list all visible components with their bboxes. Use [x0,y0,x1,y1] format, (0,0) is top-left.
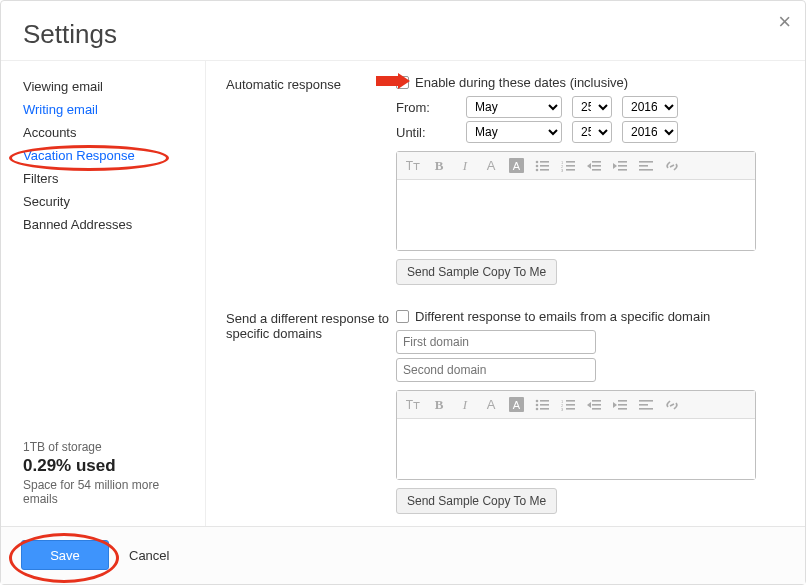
svg-rect-42 [618,400,627,402]
storage-info: 1TB of storage 0.29% used Space for 54 m… [23,440,205,516]
highlight-icon[interactable]: A [509,158,524,173]
svg-point-5 [536,168,539,171]
svg-rect-43 [618,404,627,406]
auto-editor-body[interactable] [397,180,755,250]
svg-text:3: 3 [561,168,564,172]
enable-dates-checkbox[interactable] [396,76,409,89]
svg-line-48 [670,404,674,406]
dialog-body: Viewing email Writing email Accounts Vac… [1,60,805,526]
bold-icon[interactable]: B [431,158,447,174]
from-label: From: [396,100,456,115]
svg-point-29 [536,407,539,410]
bullet-list-icon[interactable] [534,397,550,413]
second-domain-input[interactable] [396,358,596,382]
bold-icon[interactable]: B [431,397,447,413]
link-icon[interactable] [664,397,680,413]
cancel-button[interactable]: Cancel [129,548,169,563]
domain-editor-toolbar: Tᴛ B I A A 123 [397,391,755,419]
main-panel: Automatic response Enable during these d… [206,61,805,526]
auto-editor-toolbar: Tᴛ B I A A 123 [397,152,755,180]
domain-response-label: Different response to emails from a spec… [415,309,710,324]
save-button[interactable]: Save [21,540,109,570]
svg-rect-23 [639,169,653,171]
svg-rect-47 [639,408,653,410]
sidebar-item-security[interactable]: Security [23,190,205,213]
close-icon[interactable]: × [778,11,791,33]
outdent-icon[interactable] [586,397,602,413]
italic-icon[interactable]: I [457,397,473,413]
svg-point-27 [536,403,539,406]
svg-rect-10 [566,165,575,167]
numbered-list-icon[interactable]: 123 [560,158,576,174]
svg-rect-26 [540,400,549,402]
text-color-icon[interactable]: A [483,397,499,413]
until-day-select[interactable]: 25 [572,121,612,143]
highlight-icon[interactable]: A [509,397,524,412]
svg-rect-8 [566,161,575,163]
svg-rect-12 [566,169,575,171]
svg-text:3: 3 [561,407,564,411]
sidebar-item-vacation-response[interactable]: Vacation Response [23,144,205,167]
page-title: Settings [1,1,805,60]
align-left-icon[interactable] [638,397,654,413]
sidebar: Viewing email Writing email Accounts Vac… [1,61,206,526]
section-label-auto: Automatic response [226,75,396,92]
numbered-list-icon[interactable]: 123 [560,397,576,413]
italic-icon[interactable]: I [457,158,473,174]
svg-rect-40 [592,408,601,410]
sidebar-item-viewing-email[interactable]: Viewing email [23,75,205,98]
svg-point-1 [536,160,539,163]
section-label-domain: Send a different response to specific do… [226,309,396,341]
first-domain-input[interactable] [396,330,596,354]
text-size-icon[interactable]: Tᴛ [405,158,421,174]
svg-rect-14 [592,161,601,163]
until-year-select[interactable]: 2016 [622,121,678,143]
from-month-select[interactable]: May [466,96,562,118]
align-left-icon[interactable] [638,158,654,174]
indent-icon[interactable] [612,397,628,413]
svg-rect-39 [592,404,601,406]
svg-line-24 [670,165,674,167]
svg-rect-18 [618,161,627,163]
svg-rect-46 [639,404,648,406]
domain-response-editor: Tᴛ B I A A 123 [396,390,756,480]
send-sample-domain-button[interactable]: Send Sample Copy To Me [396,488,557,514]
svg-rect-44 [618,408,627,410]
sidebar-nav: Viewing email Writing email Accounts Vac… [23,75,205,440]
indent-icon[interactable] [612,158,628,174]
storage-used-pct: 0.29% used [23,454,197,478]
settings-dialog: × Settings Viewing email Writing email A… [0,0,806,585]
svg-rect-16 [592,169,601,171]
svg-rect-4 [540,165,549,167]
svg-marker-17 [613,163,617,169]
svg-marker-41 [613,402,617,408]
svg-marker-37 [587,402,591,408]
bullet-list-icon[interactable] [534,158,550,174]
from-year-select[interactable]: 2016 [622,96,678,118]
text-color-icon[interactable]: A [483,158,499,174]
section-domain-response: Send a different response to specific do… [226,309,785,514]
domain-response-checkbox[interactable] [396,310,409,323]
auto-response-editor: Tᴛ B I A A 123 [396,151,756,251]
outdent-icon[interactable] [586,158,602,174]
svg-marker-13 [587,163,591,169]
svg-rect-21 [639,161,653,163]
from-day-select[interactable]: 25 [572,96,612,118]
storage-remaining: Space for 54 million more emails [23,478,197,506]
dialog-footer: Save Cancel [1,526,805,584]
send-sample-auto-button[interactable]: Send Sample Copy To Me [396,259,557,285]
storage-total: 1TB of storage [23,440,197,454]
svg-rect-32 [566,400,575,402]
svg-rect-15 [592,165,601,167]
until-month-select[interactable]: May [466,121,562,143]
svg-rect-28 [540,404,549,406]
svg-rect-6 [540,169,549,171]
domain-editor-body[interactable] [397,419,755,479]
link-icon[interactable] [664,158,680,174]
sidebar-item-accounts[interactable]: Accounts [23,121,205,144]
sidebar-item-writing-email[interactable]: Writing email [23,98,205,121]
sidebar-item-filters[interactable]: Filters [23,167,205,190]
svg-point-25 [536,399,539,402]
text-size-icon[interactable]: Tᴛ [405,397,421,413]
sidebar-item-banned-addresses[interactable]: Banned Addresses [23,213,205,236]
